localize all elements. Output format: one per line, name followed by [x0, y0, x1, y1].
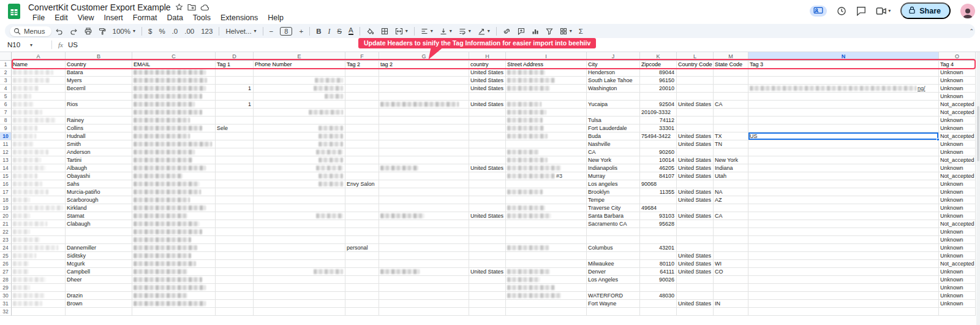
cell-B24[interactable]: Dannemiller: [66, 244, 132, 252]
currency-format-button[interactable]: $: [145, 27, 155, 36]
cell-H27[interactable]: United States: [469, 268, 506, 276]
cell-D14[interactable]: [216, 164, 254, 172]
menu-edit[interactable]: Edit: [50, 13, 72, 23]
cell-D29[interactable]: [216, 284, 254, 292]
cell-O11[interactable]: Unknown: [939, 140, 976, 148]
cell-B3[interactable]: Myers: [66, 77, 132, 85]
cell-N7[interactable]: [748, 109, 939, 117]
cell-G23[interactable]: [379, 236, 469, 244]
cell-B19[interactable]: Kirkland: [66, 204, 132, 212]
number-format-button[interactable]: 123: [198, 27, 216, 36]
cell-C1[interactable]: EMAIL: [132, 61, 216, 69]
cell-C19[interactable]: [132, 204, 216, 212]
cell-N23[interactable]: [748, 236, 939, 244]
cell-J24[interactable]: Columbus: [587, 244, 640, 252]
cell-A1[interactable]: Name: [12, 61, 66, 69]
print-button[interactable]: [81, 27, 95, 36]
cell-E30[interactable]: [254, 292, 345, 300]
cell-J11[interactable]: Nashville: [587, 140, 640, 148]
cell-L17[interactable]: United States: [677, 188, 714, 196]
row-header-24[interactable]: 24: [0, 244, 12, 252]
fill-color-button[interactable]: [363, 27, 377, 36]
cell-G5[interactable]: [379, 93, 469, 101]
cell-J19[interactable]: Traverse City: [587, 204, 640, 212]
column-header-M[interactable]: M: [714, 52, 748, 61]
cell-K3[interactable]: 96150: [640, 77, 677, 85]
cell-E21[interactable]: [254, 220, 345, 228]
cell-E31[interactable]: [254, 300, 345, 308]
cell-I31[interactable]: [506, 300, 587, 308]
row-header-11[interactable]: 11: [0, 140, 12, 148]
cell-K1[interactable]: Zipcode: [640, 61, 677, 69]
cell-M20[interactable]: CA: [714, 212, 748, 220]
fill-handle[interactable]: [937, 138, 940, 141]
cell-G7[interactable]: [379, 109, 469, 117]
column-header-O[interactable]: O: [939, 52, 976, 61]
cell-G6[interactable]: [379, 101, 469, 109]
cloud-status-icon[interactable]: [200, 4, 209, 11]
cell-D28[interactable]: [216, 276, 254, 284]
cell-I13[interactable]: [506, 156, 587, 164]
cell-C2[interactable]: [132, 69, 216, 77]
cell-A18[interactable]: [12, 196, 66, 204]
cell-J20[interactable]: Santa Barbara: [587, 212, 640, 220]
cell-I19[interactable]: [506, 204, 587, 212]
cell-H19[interactable]: [469, 204, 506, 212]
cell-E24[interactable]: [254, 244, 345, 252]
cell-K6[interactable]: 92504: [640, 101, 677, 109]
cell-M18[interactable]: AZ: [714, 196, 748, 204]
cell-M1[interactable]: State Code: [714, 61, 748, 69]
cell-D17[interactable]: [216, 188, 254, 196]
cell-F9[interactable]: [345, 124, 379, 132]
cell-N18[interactable]: [748, 196, 939, 204]
cell-M22[interactable]: [714, 228, 748, 236]
cell-D13[interactable]: [216, 156, 254, 164]
cell-D11[interactable]: [216, 140, 254, 148]
percent-format-button[interactable]: %: [156, 27, 168, 36]
selected-cell-N10[interactable]: US: [748, 132, 939, 140]
cell-B30[interactable]: Drazin: [66, 292, 132, 300]
cell-M14[interactable]: Indiana: [714, 164, 748, 172]
cell-N20[interactable]: [748, 212, 939, 220]
cell-H9[interactable]: [469, 124, 506, 132]
cell-H4[interactable]: United States: [469, 85, 506, 93]
cell-O1[interactable]: Tag 4: [939, 61, 976, 69]
cell-O25[interactable]: Unknown: [939, 252, 976, 260]
cell-I30[interactable]: [506, 292, 587, 300]
cell-I23[interactable]: [506, 236, 587, 244]
cell-B1[interactable]: Country: [66, 61, 132, 69]
cell-E29[interactable]: [254, 284, 345, 292]
cell-J12[interactable]: CA: [587, 148, 640, 156]
cell-I25[interactable]: [506, 252, 587, 260]
cell-C23[interactable]: [132, 236, 216, 244]
cell-G26[interactable]: [379, 260, 469, 268]
cell-N27[interactable]: [748, 268, 939, 276]
cell-J1[interactable]: City: [587, 61, 640, 69]
cell-H25[interactable]: [469, 252, 506, 260]
cell-D15[interactable]: [216, 172, 254, 180]
cell-D21[interactable]: [216, 220, 254, 228]
cell-M5[interactable]: [714, 93, 748, 101]
cell-M8[interactable]: [714, 117, 748, 124]
cell-O20[interactable]: Unknown: [939, 212, 976, 220]
cell-H15[interactable]: [469, 172, 506, 180]
cell-B12[interactable]: Anderson: [66, 148, 132, 156]
cell-B15[interactable]: Obayashi: [66, 172, 132, 180]
cell-E4[interactable]: [254, 85, 345, 93]
cell-D1[interactable]: Tag 1: [216, 61, 254, 69]
cell-O30[interactable]: Unknown: [939, 292, 976, 300]
column-header-L[interactable]: L: [677, 52, 714, 61]
cell-C29[interactable]: [132, 284, 216, 292]
cell-F30[interactable]: [345, 292, 379, 300]
cell-I24[interactable]: [506, 244, 587, 252]
cell-E15[interactable]: [254, 172, 345, 180]
cell-C4[interactable]: [132, 85, 216, 93]
italic-button[interactable]: I: [325, 27, 333, 36]
cell-B11[interactable]: Smith: [66, 140, 132, 148]
cell-N32[interactable]: [748, 308, 939, 316]
cell-I16[interactable]: [506, 180, 587, 188]
cell-A16[interactable]: [12, 180, 66, 188]
cell-K28[interactable]: 90026: [640, 276, 677, 284]
cell-A4[interactable]: [12, 85, 66, 93]
cell-L28[interactable]: [677, 276, 714, 284]
